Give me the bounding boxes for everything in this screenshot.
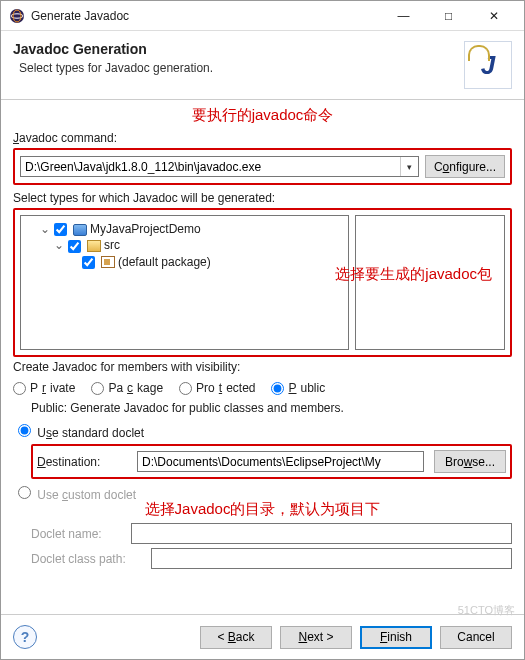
doclet-path-row: Doclet class path: — [31, 548, 512, 569]
chevron-down-icon[interactable]: ▾ — [400, 157, 418, 176]
destination-highlight: Destination: Browse... — [31, 444, 512, 479]
doclet-group: Use standard doclet Destination: Browse.… — [13, 421, 512, 573]
button-bar: ? < Back Next > Finish Cancel — [1, 614, 524, 659]
tree-checkbox[interactable] — [68, 240, 81, 253]
doclet-name-row: Doclet name: — [31, 523, 512, 544]
eclipse-icon — [9, 8, 25, 24]
minimize-button[interactable]: — — [381, 1, 426, 30]
radio-public[interactable]: Public — [271, 381, 325, 395]
banner-heading: Javadoc Generation — [13, 41, 464, 57]
project-icon — [73, 224, 87, 236]
back-button[interactable]: < Back — [200, 626, 272, 649]
javadoc-command-label: Javadoc command: — [13, 131, 512, 145]
banner: Javadoc Generation Select types for Java… — [1, 31, 524, 100]
folder-icon — [87, 240, 101, 252]
dialog-window: Generate Javadoc — □ ✕ Javadoc Generatio… — [0, 0, 525, 660]
visibility-label: Create Javadoc for members with visibili… — [13, 360, 512, 374]
tree-label: src — [104, 238, 120, 252]
tree-label: MyJavaProjectDemo — [90, 222, 201, 236]
maximize-button[interactable]: □ — [426, 1, 471, 30]
javadoc-command-input[interactable] — [21, 157, 400, 176]
tree-checkbox[interactable] — [54, 223, 67, 236]
radio-protected[interactable]: Protected — [179, 381, 255, 395]
close-button[interactable]: ✕ — [471, 1, 516, 30]
javadoc-command-combo[interactable]: ▾ — [20, 156, 419, 177]
destination-label: Destination: — [37, 455, 127, 469]
browse-button[interactable]: Browse... — [434, 450, 506, 473]
next-button[interactable]: Next > — [280, 626, 352, 649]
configure-button[interactable]: Configure... — [425, 155, 505, 178]
destination-input[interactable] — [137, 451, 424, 472]
help-button[interactable]: ? — [13, 625, 37, 649]
doclet-path-input — [151, 548, 512, 569]
content-area: 要执行的javadoc命令 Javadoc command: ▾ Configu… — [1, 100, 524, 614]
svg-point-0 — [10, 9, 24, 23]
javadoc-icon: J — [464, 41, 512, 89]
finish-button[interactable]: Finish — [360, 626, 432, 649]
window-title: Generate Javadoc — [31, 9, 381, 23]
annotation-types: 选择要生成的javadoc包 — [13, 265, 512, 284]
expand-toggle-icon[interactable]: ⌄ — [39, 222, 51, 236]
doclet-name-label: Doclet name: — [31, 527, 121, 541]
banner-subtitle: Select types for Javadoc generation. — [13, 61, 464, 75]
visibility-radio-group: Private Package Protected Public — [13, 377, 512, 399]
radio-private[interactable]: Private — [13, 381, 75, 395]
select-types-label: Select types for which Javadoc will be g… — [13, 191, 512, 205]
cancel-button[interactable]: Cancel — [440, 626, 512, 649]
titlebar[interactable]: Generate Javadoc — □ ✕ — [1, 1, 524, 31]
radio-standard-doclet[interactable]: Use standard doclet — [13, 426, 144, 440]
annotation-command: 要执行的javadoc命令 — [13, 106, 512, 125]
annotation-destination: 选择Javadoc的目录，默认为项目下 — [13, 500, 512, 519]
doclet-path-label: Doclet class path: — [31, 552, 141, 566]
radio-package[interactable]: Package — [91, 381, 163, 395]
command-section-highlight: ▾ Configure... — [13, 148, 512, 185]
visibility-description: Public: Generate Javadoc for public clas… — [13, 399, 512, 421]
doclet-name-input — [131, 523, 512, 544]
expand-toggle-icon[interactable]: ⌄ — [53, 238, 65, 252]
